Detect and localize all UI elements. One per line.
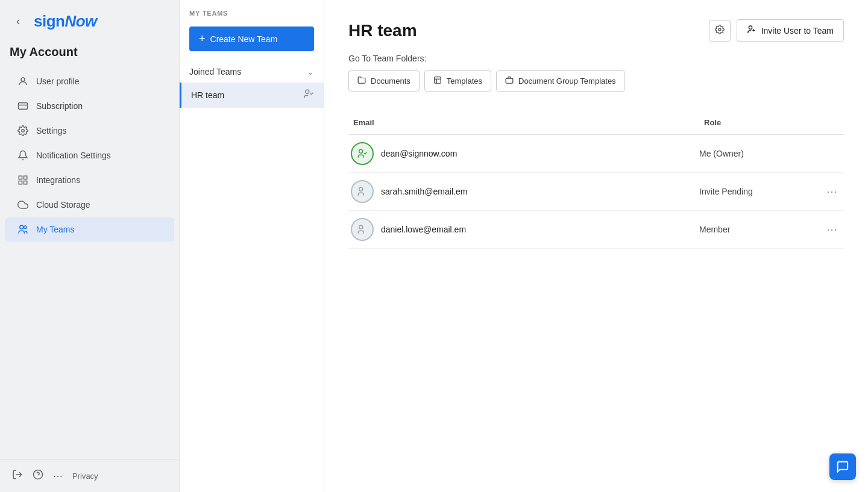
svg-point-0 — [21, 78, 25, 81]
team-name: HR team — [191, 90, 224, 100]
go-to-folders-label: Go To Team Folders: — [348, 54, 844, 63]
svg-point-9 — [24, 226, 27, 229]
sidebar-footer: ⋯ Privacy — [0, 459, 179, 492]
svg-point-24 — [359, 225, 363, 229]
table-row: sarah.smith@email.em Invite Pending ⋯ — [348, 173, 844, 211]
team-header: HR team Invite User to Team — [348, 19, 844, 42]
avatar — [351, 218, 374, 241]
joined-teams-section: Joined Teams ⌄ HR team — [180, 61, 324, 113]
avatar — [351, 180, 374, 203]
my-teams-header: MY TEAMS — [180, 0, 324, 22]
templates-folder-icon — [433, 76, 442, 86]
svg-rect-5 — [24, 176, 27, 179]
grid-icon — [17, 174, 29, 186]
sidebar-item-label-user-profile: User profile — [36, 76, 80, 86]
team-title: HR team — [348, 21, 417, 40]
sidebar-item-cloud-storage[interactable]: Cloud Storage — [5, 193, 174, 217]
person-icon — [17, 75, 29, 87]
member-info: dean@signnow.com — [348, 142, 699, 165]
app-logo: signNow — [34, 12, 97, 31]
plus-icon: + — [199, 33, 206, 45]
sidebar-header: ‹ signNow — [0, 0, 179, 43]
sidebar-item-label-integrations: Integrations — [36, 175, 80, 185]
sidebar-item-label-my-teams: My Teams — [36, 225, 75, 234]
sidebar-item-subscription[interactable]: Subscription — [5, 94, 174, 118]
sidebar-item-label-subscription: Subscription — [36, 101, 83, 111]
manage-team-icon[interactable] — [303, 89, 314, 102]
sidebar-item-user-profile[interactable]: User profile — [5, 69, 174, 93]
cloud-icon — [17, 199, 29, 211]
svg-point-13 — [306, 90, 309, 93]
folder-tab-templates[interactable]: Templates — [424, 70, 491, 92]
member-info: sarah.smith@email.em — [348, 180, 699, 203]
group-templates-folder-icon — [505, 76, 514, 86]
row-more-button[interactable]: ⋯ — [820, 182, 844, 201]
joined-teams-label: Joined Teams — [189, 67, 241, 76]
svg-point-15 — [749, 26, 752, 29]
help-icon[interactable] — [33, 469, 43, 482]
role-column-header: Role — [699, 116, 820, 129]
member-role: Member — [699, 225, 820, 234]
invite-button-label: Invite User to Team — [761, 26, 834, 36]
folder-tab-documents-label: Documents — [371, 76, 410, 86]
gear-icon — [715, 25, 725, 36]
svg-point-23 — [359, 187, 363, 191]
more-icon[interactable]: ⋯ — [53, 470, 63, 482]
bell-icon — [17, 149, 29, 161]
row-more-button[interactable]: ⋯ — [820, 220, 844, 238]
sidebar-item-label-cloud-storage: Cloud Storage — [36, 200, 90, 210]
back-button[interactable]: ‹ — [10, 13, 27, 30]
folder-tab-documents[interactable]: Documents — [348, 70, 420, 92]
member-role: Me (Owner) — [699, 149, 820, 158]
member-role: Invite Pending — [699, 187, 820, 196]
folder-tab-document-group-templates-label: Document Group Templates — [518, 76, 616, 86]
team-list-item[interactable]: HR team — [180, 83, 324, 108]
team-settings-button[interactable] — [709, 20, 731, 42]
sidebar: ‹ signNow My Account User profile Subscr… — [0, 0, 180, 492]
svg-rect-6 — [19, 181, 22, 184]
email-column-header: Email — [348, 116, 699, 129]
sidebar-item-label-settings: Settings — [36, 126, 67, 135]
sidebar-item-my-teams[interactable]: My Teams — [5, 217, 174, 241]
members-table: Email Role dean@signnow.com Me (Owner) s… — [348, 111, 844, 249]
create-team-label: Create New Team — [210, 34, 278, 44]
sidebar-nav: User profile Subscription Settings Notif… — [0, 69, 179, 242]
folder-tab-templates-label: Templates — [447, 76, 482, 86]
svg-rect-18 — [435, 77, 441, 84]
member-email: daniel.lowe@email.em — [381, 225, 466, 234]
table-header: Email Role — [348, 111, 844, 135]
svg-point-8 — [20, 225, 24, 229]
svg-rect-7 — [24, 181, 27, 184]
actions-column-header — [820, 116, 844, 129]
sidebar-item-label-notification-settings: Notification Settings — [36, 151, 111, 160]
folder-tab-document-group-templates[interactable]: Document Group Templates — [496, 70, 625, 92]
settings-icon — [17, 125, 29, 137]
table-row: daniel.lowe@email.em Member ⋯ — [348, 211, 844, 249]
sidebar-item-integrations[interactable]: Integrations — [5, 168, 174, 192]
chat-fab-button[interactable] — [829, 453, 856, 480]
main-content: HR team Invite User to Team Go To Team F… — [324, 0, 868, 492]
svg-rect-4 — [19, 176, 22, 179]
member-info: daniel.lowe@email.em — [348, 218, 699, 241]
invite-icon — [747, 25, 756, 36]
privacy-link[interactable]: Privacy — [72, 472, 98, 481]
svg-point-3 — [22, 129, 25, 132]
joined-teams-header[interactable]: Joined Teams ⌄ — [180, 61, 324, 83]
logout-icon[interactable] — [12, 469, 23, 482]
documents-folder-icon — [357, 76, 366, 86]
member-email: dean@signnow.com — [381, 149, 457, 158]
chevron-down-icon: ⌄ — [307, 67, 314, 76]
invite-user-button[interactable]: Invite User to Team — [737, 19, 844, 42]
sidebar-item-notification-settings[interactable]: Notification Settings — [5, 143, 174, 167]
subscription-icon — [17, 100, 29, 112]
team-actions: Invite User to Team — [709, 19, 844, 42]
svg-point-14 — [719, 28, 721, 31]
account-title: My Account — [0, 43, 179, 69]
svg-rect-1 — [19, 103, 28, 110]
member-email: sarah.smith@email.em — [381, 187, 467, 196]
svg-point-22 — [359, 149, 363, 153]
folder-tabs: Documents Templates Document Group Templ… — [348, 70, 844, 92]
people-icon — [17, 223, 29, 235]
create-new-team-button[interactable]: + Create New Team — [189, 26, 314, 51]
sidebar-item-settings[interactable]: Settings — [5, 119, 174, 143]
